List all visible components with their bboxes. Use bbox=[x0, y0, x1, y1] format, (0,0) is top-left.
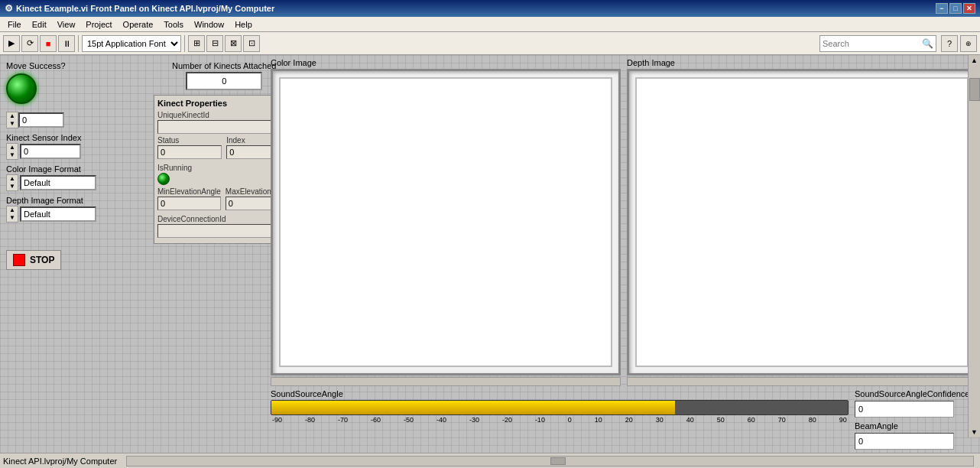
scale-tick: -40 bbox=[436, 416, 446, 424]
search-area: 🔍 bbox=[819, 35, 936, 52]
scroll-down[interactable]: ▼ bbox=[969, 427, 980, 437]
prop-status: Status 0 bbox=[157, 136, 222, 159]
menu-window[interactable]: Window bbox=[190, 19, 229, 30]
menu-operate[interactable]: Operate bbox=[118, 19, 158, 30]
scale-tick: -60 bbox=[371, 416, 381, 424]
scale-tick: -10 bbox=[535, 416, 545, 424]
separator-1 bbox=[78, 35, 79, 52]
scale-tick: -30 bbox=[469, 416, 479, 424]
index-arrows: ▲ ▼ bbox=[6, 143, 18, 160]
num-down[interactable]: ▼ bbox=[7, 120, 18, 128]
h-scroll-thumb[interactable] bbox=[550, 457, 566, 465]
numeric-input[interactable] bbox=[18, 112, 64, 128]
run-button[interactable]: ▶ bbox=[3, 35, 20, 52]
abort-button[interactable]: ■ bbox=[40, 35, 57, 52]
run-continuous-button[interactable]: ⟳ bbox=[21, 35, 38, 52]
scroll-up[interactable]: ▲ bbox=[969, 55, 980, 66]
isrunning-led bbox=[157, 173, 170, 185]
color-image-scrollbar[interactable] bbox=[271, 377, 621, 386]
maximize-button[interactable]: □ bbox=[949, 3, 962, 14]
pause-button[interactable]: ⏸ bbox=[58, 35, 75, 52]
depth-image-scrollbar[interactable] bbox=[627, 377, 977, 386]
move-success-led bbox=[6, 73, 37, 104]
depth-format-up[interactable]: ▲ bbox=[7, 206, 18, 214]
horizontal-scrollbar[interactable] bbox=[126, 456, 974, 466]
sound-bar-row: SoundSourceAngle -90-80-70-60-50-40-30-2… bbox=[271, 389, 977, 450]
kinect-index-ctrl: Kinect Sensor Index ▲ ▼ bbox=[6, 133, 148, 160]
scale-tick: 50 bbox=[717, 416, 725, 424]
color-format-arrows: ▲ ▼ bbox=[6, 174, 18, 191]
color-format-down[interactable]: ▼ bbox=[7, 183, 18, 190]
color-image-label: Color Image bbox=[271, 58, 621, 67]
depth-image-frame bbox=[627, 69, 977, 375]
depth-image-label: Depth Image bbox=[627, 58, 977, 67]
scale-tick: 30 bbox=[656, 416, 664, 424]
color-image-inner bbox=[279, 77, 612, 367]
depth-format-value: Default bbox=[20, 206, 96, 222]
context-help-button[interactable]: ⊕ bbox=[960, 35, 977, 52]
scale-tick: 20 bbox=[625, 416, 633, 424]
scale-tick: -70 bbox=[338, 416, 348, 424]
font-selector[interactable]: 15pt Application Font bbox=[82, 35, 181, 52]
images-row: Color Image Depth Image bbox=[271, 58, 977, 386]
app-icon: ⚙ bbox=[5, 3, 13, 14]
kinect-index-label: Kinect Sensor Index bbox=[6, 133, 148, 142]
move-success-area: Move Success? bbox=[6, 61, 148, 104]
close-button[interactable]: ✕ bbox=[963, 3, 975, 14]
search-icon[interactable]: 🔍 bbox=[922, 38, 933, 49]
title-bar: ⚙ Kinect Example.vi Front Panel on Kinec… bbox=[0, 0, 980, 17]
color-image-panel: Color Image bbox=[271, 58, 621, 386]
depth-format-ctrl: Depth Image Format ▲ ▼ Default bbox=[6, 196, 148, 223]
left-panel: Move Success? ▲ ▼ Kinect Sensor Index bbox=[0, 55, 268, 453]
sound-confidence-area: SoundSourceAngleConfidence 0 BeamAngle 0 bbox=[855, 389, 977, 450]
search-input[interactable] bbox=[823, 39, 922, 48]
sound-source-label: SoundSourceAngle bbox=[271, 389, 849, 398]
move-success-label: Move Success? bbox=[6, 61, 66, 70]
num-arrows: ▲ ▼ bbox=[6, 112, 18, 128]
scale-tick: -50 bbox=[404, 416, 414, 424]
min-angle-value: 0 bbox=[157, 197, 221, 210]
color-format-label: Color Image Format bbox=[6, 164, 148, 174]
status-bar: Kinect API.lvproj/My Computer bbox=[0, 453, 980, 468]
index-down[interactable]: ▼ bbox=[7, 151, 18, 159]
numeric-control: ▲ ▼ bbox=[6, 112, 148, 128]
menu-edit[interactable]: Edit bbox=[28, 19, 51, 30]
depth-format-down[interactable]: ▼ bbox=[7, 214, 18, 222]
menu-tools[interactable]: Tools bbox=[159, 19, 188, 30]
stop-icon bbox=[13, 254, 25, 266]
menu-project[interactable]: Project bbox=[81, 19, 116, 30]
num-up[interactable]: ▲ bbox=[7, 112, 18, 120]
sound-bar-section: SoundSourceAngle -90-80-70-60-50-40-30-2… bbox=[271, 389, 977, 450]
menu-view[interactable]: View bbox=[53, 19, 80, 30]
stop-label: STOP bbox=[30, 255, 54, 265]
sound-bar-fill bbox=[271, 401, 675, 414]
scale-tick: 80 bbox=[809, 416, 816, 424]
help-button[interactable]: ? bbox=[941, 35, 958, 52]
menu-file[interactable]: File bbox=[3, 19, 26, 30]
status-label: Status bbox=[157, 136, 222, 145]
vertical-scrollbar[interactable]: ▲ ▼ bbox=[968, 55, 980, 437]
help-icons: ? ⊕ bbox=[941, 35, 977, 52]
kinect-index-input[interactable] bbox=[20, 144, 81, 159]
minimize-button[interactable]: − bbox=[936, 3, 948, 14]
align-button[interactable]: ⊞ bbox=[188, 35, 205, 52]
min-angle-label: MinElevationAngle bbox=[157, 187, 221, 196]
color-format-up[interactable]: ▲ bbox=[7, 175, 18, 183]
main-content: Move Success? ▲ ▼ Kinect Sensor Index bbox=[0, 55, 980, 453]
resize-button[interactable]: ⊠ bbox=[225, 35, 242, 52]
sound-confidence-label: SoundSourceAngleConfidence bbox=[855, 389, 977, 398]
sound-confidence-value: 0 bbox=[855, 401, 954, 418]
scale-tick: 90 bbox=[839, 416, 847, 424]
index-up[interactable]: ▲ bbox=[7, 144, 18, 151]
sound-scale: -90-80-70-60-50-40-30-20-100102030405060… bbox=[271, 416, 849, 424]
reorder-button[interactable]: ⊡ bbox=[243, 35, 260, 52]
distribute-button[interactable]: ⊟ bbox=[206, 35, 223, 52]
scale-tick: -90 bbox=[272, 416, 282, 424]
beam-angle-value: 0 bbox=[855, 433, 954, 450]
depth-format-arrows: ▲ ▼ bbox=[6, 206, 18, 223]
stop-button[interactable]: STOP bbox=[6, 250, 61, 270]
color-image-frame bbox=[271, 69, 621, 375]
menu-help[interactable]: Help bbox=[230, 19, 257, 30]
scroll-thumb[interactable] bbox=[969, 78, 980, 101]
scale-tick: 10 bbox=[595, 416, 602, 424]
